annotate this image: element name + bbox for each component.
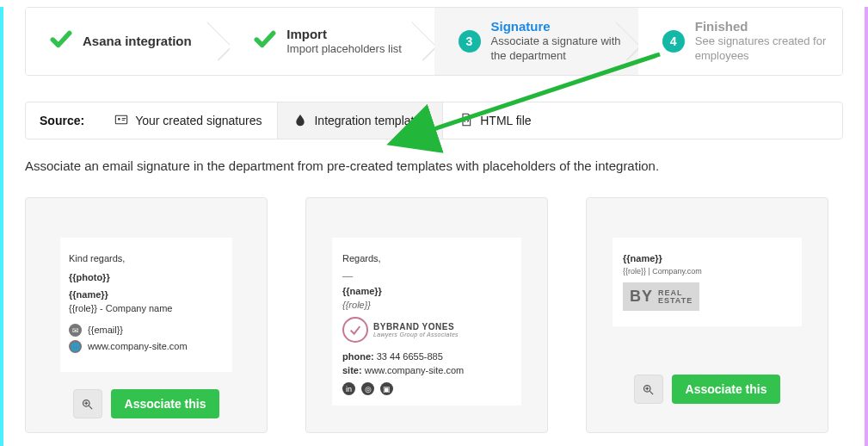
step-title: Signature — [491, 19, 623, 34]
instagram-icon: ◎ — [361, 382, 374, 395]
id-card-icon — [114, 113, 128, 129]
template-card: Kind regards, {{photo}} {{name}} {{role}… — [25, 197, 268, 433]
svg-rect-2 — [122, 118, 126, 119]
mail-icon: ✉ — [69, 324, 82, 337]
source-tabs: Source: Your created signatures Integrat… — [25, 102, 843, 139]
wizard-stepper: Asana integration Import Import placehol… — [25, 7, 843, 76]
template-card: {{name}} {{role}} | Company.com BY REAL … — [586, 197, 828, 433]
step-number-badge: 3 — [459, 30, 481, 53]
svg-point-1 — [118, 118, 120, 121]
associate-button[interactable]: Associate this — [111, 389, 220, 418]
placeholder-photo: {{photo}} — [69, 272, 224, 282]
check-icon — [254, 28, 276, 54]
step-desc: See signatures created for employees — [695, 34, 827, 64]
globe-icon: 🌐 — [69, 340, 82, 353]
tab-label: Your created signatures — [135, 114, 262, 127]
template-cards: Kind regards, {{photo}} {{name}} {{role}… — [25, 197, 843, 433]
step-number-badge: 4 — [662, 30, 685, 53]
step-import[interactable]: Import Import placeholders list — [230, 8, 434, 75]
page-description: Associate an email signature in the depa… — [25, 158, 843, 173]
placeholder-name: {{name}} — [342, 286, 511, 296]
tab-integration-templates[interactable]: Integration templates — [277, 102, 443, 139]
tab-html-file[interactable]: HTML file — [443, 102, 546, 139]
placeholder-name: {{name}} — [623, 253, 791, 263]
step-signature[interactable]: 3 Signature Associate a signature with t… — [434, 8, 638, 75]
placeholder-role: {{role}} | Company.com — [623, 267, 791, 276]
brand-name: BYBRAND YONES — [373, 322, 459, 331]
brand-block: BYBRAND YONES Lawyers Group of Associate… — [342, 317, 511, 343]
step-finished: 4 Finished See signatures created for em… — [638, 8, 842, 75]
placeholder-role: {{role}} - Company name — [69, 303, 224, 313]
file-code-icon — [459, 113, 473, 129]
brand-block: BY REAL ESTATE — [623, 282, 699, 311]
seal-icon — [342, 317, 368, 343]
drop-icon — [293, 113, 307, 129]
placeholder-email: {{email}} — [88, 325, 123, 335]
zoom-button[interactable] — [634, 375, 663, 404]
linkedin-icon: in — [342, 382, 355, 395]
step-title: Finished — [695, 19, 827, 34]
svg-line-5 — [89, 406, 92, 409]
svg-rect-3 — [122, 120, 125, 121]
tab-your-created-signatures[interactable]: Your created signatures — [98, 102, 277, 139]
template-card: Regards, __ {{name}} {{role}} BYBRAND YO… — [305, 197, 548, 433]
signature-preview: Kind regards, {{photo}} {{name}} {{role}… — [60, 238, 232, 372]
check-icon — [50, 28, 72, 54]
placeholder-role: {{role}} — [342, 300, 511, 310]
signature-preview: Regards, __ {{name}} {{role}} BYBRAND YO… — [332, 238, 521, 406]
youtube-icon: ▣ — [380, 382, 393, 395]
step-asana[interactable]: Asana integration — [26, 8, 230, 75]
greeting: Kind regards, — [69, 253, 224, 263]
tab-label: HTML file — [480, 114, 531, 127]
step-desc: Associate a signature with the departmen… — [491, 34, 623, 64]
placeholder-name: {{name}} — [69, 289, 224, 300]
brand-tagline: Lawyers Group of Associates — [373, 331, 459, 338]
placeholder-site: www.company-site.com — [88, 341, 188, 351]
zoom-in-icon — [81, 398, 94, 411]
greeting: Regards, — [342, 253, 511, 263]
source-label: Source: — [26, 102, 98, 139]
svg-line-9 — [649, 391, 653, 394]
svg-rect-0 — [115, 115, 126, 123]
step-title: Import — [286, 27, 402, 42]
step-title: Asana integration — [83, 34, 192, 49]
signature-preview: {{name}} {{role}} | Company.com BY REAL … — [613, 238, 802, 326]
tab-label: Integration templates — [314, 114, 427, 127]
brand-initials: BY — [630, 288, 653, 306]
associate-button[interactable]: Associate this — [672, 375, 781, 404]
brand-word-2: ESTATE — [658, 297, 693, 305]
zoom-button[interactable] — [73, 389, 102, 418]
step-desc: Import placeholders list — [286, 42, 402, 57]
phone-value: 33 44 6655-885 — [377, 351, 443, 362]
zoom-in-icon — [642, 383, 655, 396]
site-label: site: — [342, 365, 362, 375]
phone-label: phone: — [342, 351, 374, 362]
separator: __ — [342, 267, 511, 277]
site-value: www.company-site.com — [365, 365, 465, 375]
